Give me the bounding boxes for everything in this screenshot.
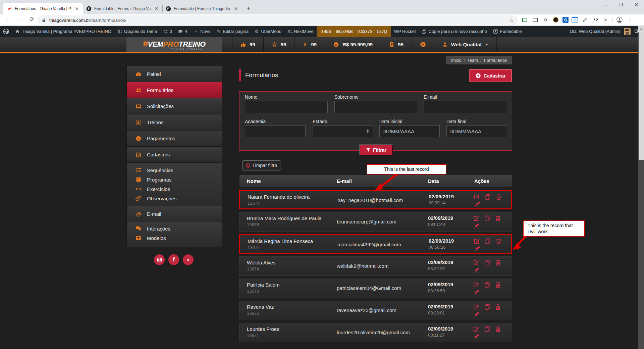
recycle-extension-icon[interactable]: ♻ [542, 16, 549, 23]
window-close-button[interactable]: ✕ [629, 0, 644, 10]
bookmark-star-icon[interactable]: ☆ [509, 17, 514, 23]
stat-invoices[interactable]: 99 [381, 37, 412, 52]
query-monitor-stats[interactable]: 0.45S 68,504kB 0.0337S 527Q [317, 26, 391, 37]
duplicate-record-button[interactable] [484, 304, 490, 310]
send-record-button[interactable] [474, 201, 481, 208]
s-extension-icon[interactable]: S [562, 17, 569, 23]
profile-icon[interactable] [616, 16, 623, 23]
tab-close-icon[interactable]: ✕ [74, 6, 79, 11]
sidebar-item-solicitacoes[interactable]: Solicitações [127, 98, 222, 114]
sidebar-item-exercicios[interactable]: Exercícios [127, 184, 222, 194]
instagram-button[interactable] [154, 254, 165, 265]
sidebar-item-formularios[interactable]: Formulários [127, 82, 222, 98]
admin-bar-ubermenu[interactable]: ⚙UberMenu [252, 26, 284, 37]
send-record-button[interactable] [474, 223, 480, 229]
send-record-button[interactable] [474, 334, 480, 340]
duplicate-record-button[interactable] [485, 194, 491, 200]
estado-select[interactable]: ▲▼ [313, 125, 373, 137]
browser-tab-3[interactable]: Formidable | Forms ‹ Thiago Vare ✕ [162, 3, 242, 14]
browser-menu-icon[interactable]: ⋮ [626, 16, 634, 23]
sidebar-item-modelos[interactable]: Modelos [127, 233, 222, 243]
delete-record-button[interactable] [495, 326, 501, 332]
edit-record-button[interactable] [473, 304, 479, 310]
back-button[interactable]: ← [5, 16, 11, 22]
duplicate-record-button[interactable] [484, 282, 490, 288]
sidebar-item-cadastros[interactable]: Cadastros [127, 147, 222, 163]
sidebar-item-pagamentos[interactable]: Pagamentos [127, 131, 222, 147]
admin-bar-site-name[interactable]: Thiago Varella | Programa #VEMPROTREINO [12, 26, 114, 37]
scroll-up-icon[interactable]: ▲ [638, 26, 644, 32]
tab-close-icon[interactable]: ✕ [233, 6, 238, 11]
cadastrar-button[interactable]: Cadastrar [469, 69, 512, 82]
nome-input[interactable] [245, 101, 328, 113]
edit-record-button[interactable] [473, 326, 479, 332]
edit-record-button[interactable] [473, 215, 479, 221]
data-final-input[interactable] [446, 125, 507, 137]
capture-extension-icon[interactable] [531, 16, 539, 23]
duplicate-record-button[interactable] [484, 215, 490, 221]
scrollbar-thumb[interactable] [639, 32, 644, 160]
sidebar-item-observacoes[interactable]: Observações [127, 194, 222, 203]
tab-close-icon[interactable]: ✕ [154, 6, 159, 11]
send-record-button[interactable] [474, 246, 481, 252]
admin-bar-copy-draft[interactable]: Copie para um novo rascunho [419, 26, 490, 37]
function-extension-icon[interactable]: ƒ? [592, 16, 599, 23]
page-scrollbar[interactable]: ▲ [638, 26, 644, 349]
user-menu[interactable]: Web Qualitat▼ [434, 37, 497, 52]
edit-record-button[interactable] [474, 194, 480, 200]
facebook-button[interactable]: f [168, 254, 179, 265]
stat-likes[interactable]: 99 [232, 37, 263, 52]
delete-record-button[interactable] [495, 282, 501, 288]
forward-button[interactable]: → [17, 16, 23, 22]
stat-energy[interactable]: 99 [294, 37, 325, 52]
cursor-extension-icon[interactable]: ➤ [602, 16, 609, 23]
sidebar-item-sequencias[interactable]: Sequências [127, 165, 222, 175]
delete-record-button[interactable] [495, 259, 501, 266]
duplicate-record-button[interactable] [485, 238, 491, 244]
sidebar-item-programas[interactable]: Programas [127, 175, 222, 184]
admin-bar-edit-page[interactable]: ✎Editar página [214, 26, 252, 37]
window-minimize-button[interactable]: — [598, 0, 613, 10]
admin-bar-theme-options[interactable]: Opções do Tema [114, 26, 160, 37]
admin-bar-new[interactable]: ＋Novo [190, 26, 213, 37]
send-record-button[interactable] [474, 289, 480, 296]
delete-record-button[interactable] [495, 238, 502, 244]
duplicate-record-button[interactable] [484, 259, 490, 266]
stat-stars[interactable]: 99 [263, 37, 294, 52]
admin-bar-formidable[interactable]: Formidable [490, 26, 525, 37]
badge-extension-icon[interactable] [552, 16, 559, 23]
address-bar[interactable]: thiagovarella.com.br/team/formularios/ ☆ [38, 15, 518, 25]
stat-money[interactable]: R$ 99.999,99 [325, 37, 381, 52]
admin-bar-comments[interactable]: 4 [175, 26, 190, 37]
academia-input[interactable] [245, 125, 306, 137]
breadcrumb-home[interactable]: Início [451, 58, 462, 63]
code-extension-icon[interactable]: </> [572, 17, 578, 22]
new-tab-button[interactable]: + [244, 4, 253, 13]
edit-record-button[interactable] [474, 238, 480, 244]
send-record-button[interactable] [474, 311, 480, 318]
screenshot-extension-icon[interactable] [521, 16, 528, 23]
header-settings[interactable] [412, 37, 434, 52]
breadcrumb-team[interactable]: Team [467, 58, 478, 63]
admin-bar-updates[interactable]: 3 [160, 26, 175, 37]
delete-record-button[interactable] [495, 215, 501, 221]
sidebar-item-painel[interactable]: Painel [127, 66, 222, 82]
admin-greeting[interactable]: Olá, Web Qualitat (Admin) [570, 29, 621, 34]
email-input[interactable] [424, 101, 507, 113]
browser-tab-2[interactable]: Formidable | Forms ‹ Thiago Vare ✕ [83, 3, 162, 14]
limpar-filtro-button[interactable]: Limpar filtro [242, 160, 280, 170]
edit-record-button[interactable] [473, 282, 479, 288]
wp-logo-icon[interactable] [0, 26, 12, 37]
site-logo[interactable]: #VEMPROTREINO THIAGO VARELLA [126, 37, 222, 52]
sobrenome-input[interactable] [334, 101, 418, 113]
admin-bar-xl-nextmove[interactable]: XL NextMove [284, 26, 317, 37]
filtrar-button[interactable]: Filtrar [359, 144, 393, 155]
eyedropper-extension-icon[interactable]: 🖉 [581, 16, 589, 23]
data-inicial-input[interactable] [379, 125, 440, 137]
send-record-button[interactable] [474, 267, 480, 273]
delete-record-button[interactable] [495, 194, 502, 200]
sidebar-item-treinos[interactable]: Treinos [127, 114, 222, 131]
sidebar-item-email[interactable]: E-mail [127, 206, 222, 222]
reload-button[interactable]: ⟳ [30, 16, 34, 23]
youtube-button[interactable] [183, 254, 194, 265]
